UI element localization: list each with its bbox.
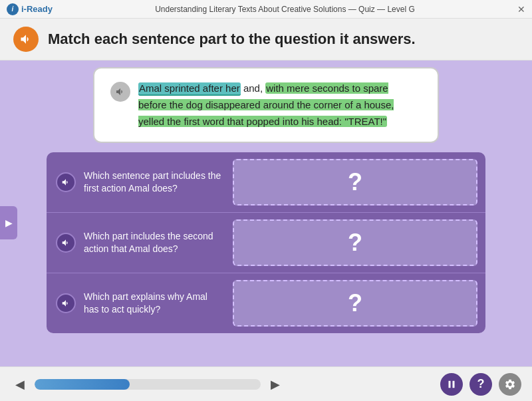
header-speaker-button[interactable] <box>13 27 39 52</box>
question-left-1: Which sentence part includes the first a… <box>47 152 233 212</box>
question-speaker-button-2[interactable] <box>56 233 76 253</box>
answer-drop-zone-2[interactable]: ? <box>233 219 477 266</box>
question-row-3: Which part explains why Amal has to act … <box>47 273 485 333</box>
close-button[interactable]: ✕ <box>517 4 525 15</box>
question-text-1: Which sentence part includes the first a… <box>84 170 223 196</box>
passage-highlight-1: Amal sprinted after her <box>138 82 241 96</box>
pause-button[interactable] <box>440 373 463 396</box>
passage-speaker-button[interactable] <box>110 82 130 102</box>
question-row-2: Which part includes the second action th… <box>47 213 485 273</box>
speaker-icon-2 <box>61 238 70 247</box>
pause-icon <box>446 378 458 390</box>
placeholder-mark-3: ? <box>348 289 362 317</box>
question-left-2: Which part includes the second action th… <box>47 213 233 273</box>
help-button[interactable]: ? <box>469 373 492 396</box>
window-title: Understanding Literary Texts About Creat… <box>155 5 415 14</box>
question-left-3: Which part explains why Amal has to act … <box>47 273 233 333</box>
logo-icon: i <box>7 3 19 15</box>
logo-text: i-Ready <box>21 4 53 14</box>
passage-text: Amal sprinted after her and, with mere s… <box>138 80 394 130</box>
placeholder-mark-1: ? <box>348 168 362 196</box>
question-speaker-button-1[interactable] <box>56 172 76 192</box>
answer-drop-zone-1[interactable]: ? <box>233 159 477 205</box>
passage-speaker-icon <box>115 86 126 97</box>
speaker-icon <box>19 33 33 46</box>
bottom-left-controls: ◀ ▶ <box>11 375 285 394</box>
question-row-1: Which sentence part includes the first a… <box>47 152 485 213</box>
questions-area: Which sentence part includes the first a… <box>47 152 485 333</box>
progress-bar-fill <box>35 379 130 390</box>
gear-icon <box>504 378 516 390</box>
question-text-2: Which part includes the second action th… <box>84 230 223 256</box>
progress-bar-container <box>35 379 261 390</box>
main-content: ▶ Amal sprinted after her and, with mere… <box>0 61 532 384</box>
bottom-bar: ◀ ▶ ? <box>0 366 532 401</box>
question-text-3: Which part explains why Amal has to act … <box>84 291 223 317</box>
title-bar: i i-Ready Understanding Literary Texts A… <box>0 0 532 19</box>
header: Match each sentence part to the question… <box>0 19 532 61</box>
bottom-right-controls: ? <box>440 373 521 396</box>
speaker-icon-1 <box>61 178 70 187</box>
side-tab[interactable]: ▶ <box>0 206 17 239</box>
speaker-icon-3 <box>61 299 70 308</box>
question-speaker-button-3[interactable] <box>56 293 76 313</box>
placeholder-mark-2: ? <box>348 229 362 257</box>
page-title: Match each sentence part to the question… <box>48 31 416 48</box>
answer-drop-zone-3[interactable]: ? <box>233 280 477 327</box>
settings-button[interactable] <box>499 373 521 396</box>
passage-card: Amal sprinted after her and, with mere s… <box>93 67 439 143</box>
nav-forward-button[interactable]: ▶ <box>266 375 285 394</box>
app-logo: i i-Ready <box>7 3 53 15</box>
nav-back-button[interactable]: ◀ <box>11 375 29 394</box>
